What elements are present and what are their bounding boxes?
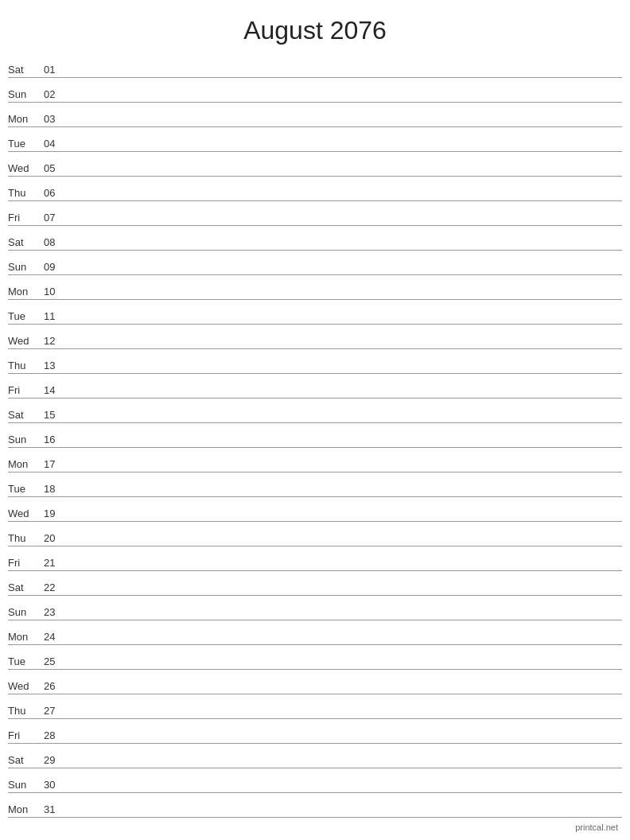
- day-row: Wed12: [8, 325, 622, 349]
- day-row: Wed05: [8, 152, 622, 177]
- day-name: Wed: [8, 162, 44, 174]
- day-row: Fri28: [8, 719, 622, 744]
- day-row: Tue25: [8, 645, 622, 670]
- day-name: Wed: [8, 335, 44, 347]
- day-name: Thu: [8, 532, 44, 544]
- day-number: 15: [44, 409, 68, 421]
- day-name: Thu: [8, 705, 44, 717]
- day-row: Thu27: [8, 694, 622, 719]
- day-name: Fri: [8, 729, 44, 741]
- day-number: 07: [44, 212, 68, 224]
- day-number: 12: [44, 335, 68, 347]
- day-row: Sat29: [8, 744, 622, 768]
- day-name: Mon: [8, 631, 44, 643]
- day-number: 26: [44, 680, 68, 692]
- day-number: 14: [44, 384, 68, 396]
- day-row: Mon17: [8, 448, 622, 472]
- day-row: Sat01: [8, 53, 622, 78]
- day-number: 01: [44, 64, 68, 76]
- day-row: Tue11: [8, 300, 622, 325]
- day-name: Tue: [8, 483, 44, 495]
- day-row: Thu13: [8, 349, 622, 374]
- day-name: Sun: [8, 88, 44, 100]
- day-name: Mon: [8, 113, 44, 125]
- day-number: 31: [44, 803, 68, 815]
- day-name: Sun: [8, 261, 44, 273]
- day-number: 06: [44, 187, 68, 199]
- day-name: Fri: [8, 557, 44, 569]
- day-name: Sat: [8, 754, 44, 766]
- day-number: 24: [44, 631, 68, 643]
- day-name: Sat: [8, 236, 44, 248]
- day-name: Fri: [8, 212, 44, 224]
- day-number: 25: [44, 655, 68, 667]
- day-row: Sat22: [8, 571, 622, 596]
- day-name: Mon: [8, 286, 44, 298]
- day-name: Wed: [8, 508, 44, 519]
- day-row: Fri14: [8, 374, 622, 399]
- day-row: Sun30: [8, 768, 622, 793]
- day-name: Thu: [8, 360, 44, 371]
- day-number: 19: [44, 508, 68, 519]
- day-row: Thu20: [8, 522, 622, 546]
- day-row: Sat15: [8, 399, 622, 423]
- day-number: 29: [44, 754, 68, 766]
- day-row: Mon10: [8, 275, 622, 300]
- day-number: 20: [44, 532, 68, 544]
- day-row: Thu06: [8, 177, 622, 201]
- day-number: 22: [44, 581, 68, 593]
- calendar-grid: Sat01Sun02Mon03Tue04Wed05Thu06Fri07Sat08…: [0, 53, 630, 818]
- day-name: Tue: [8, 310, 44, 322]
- day-row: Fri07: [8, 201, 622, 226]
- day-number: 11: [44, 310, 68, 322]
- day-number: 23: [44, 606, 68, 618]
- day-name: Mon: [8, 458, 44, 470]
- day-number: 13: [44, 360, 68, 371]
- page-title: August 2076: [0, 0, 630, 53]
- day-row: Mon31: [8, 793, 622, 818]
- day-row: Sun09: [8, 251, 622, 275]
- day-row: Tue18: [8, 472, 622, 497]
- day-number: 02: [44, 88, 68, 100]
- day-number: 30: [44, 779, 68, 791]
- day-number: 04: [44, 138, 68, 150]
- day-row: Sat08: [8, 226, 622, 251]
- day-name: Thu: [8, 187, 44, 199]
- day-name: Sat: [8, 409, 44, 421]
- day-name: Sat: [8, 581, 44, 593]
- footer-text: printcal.net: [575, 822, 618, 832]
- day-number: 08: [44, 236, 68, 248]
- day-name: Tue: [8, 655, 44, 667]
- day-number: 16: [44, 434, 68, 445]
- day-row: Wed19: [8, 497, 622, 522]
- day-name: Tue: [8, 138, 44, 150]
- day-name: Sun: [8, 606, 44, 618]
- day-number: 05: [44, 162, 68, 174]
- day-number: 27: [44, 705, 68, 717]
- day-number: 18: [44, 483, 68, 495]
- day-row: Mon03: [8, 103, 622, 127]
- day-number: 03: [44, 113, 68, 125]
- day-number: 21: [44, 557, 68, 569]
- day-row: Mon24: [8, 620, 622, 645]
- day-name: Wed: [8, 680, 44, 692]
- day-name: Mon: [8, 803, 44, 815]
- day-number: 10: [44, 286, 68, 298]
- day-name: Fri: [8, 384, 44, 396]
- day-row: Wed26: [8, 670, 622, 694]
- day-number: 17: [44, 458, 68, 470]
- day-row: Sun16: [8, 423, 622, 448]
- day-name: Sun: [8, 434, 44, 445]
- day-row: Sun23: [8, 596, 622, 620]
- day-row: Fri21: [8, 546, 622, 571]
- day-row: Sun02: [8, 78, 622, 103]
- day-row: Tue04: [8, 127, 622, 152]
- day-number: 09: [44, 261, 68, 273]
- day-number: 28: [44, 729, 68, 741]
- day-name: Sun: [8, 779, 44, 791]
- day-name: Sat: [8, 64, 44, 76]
